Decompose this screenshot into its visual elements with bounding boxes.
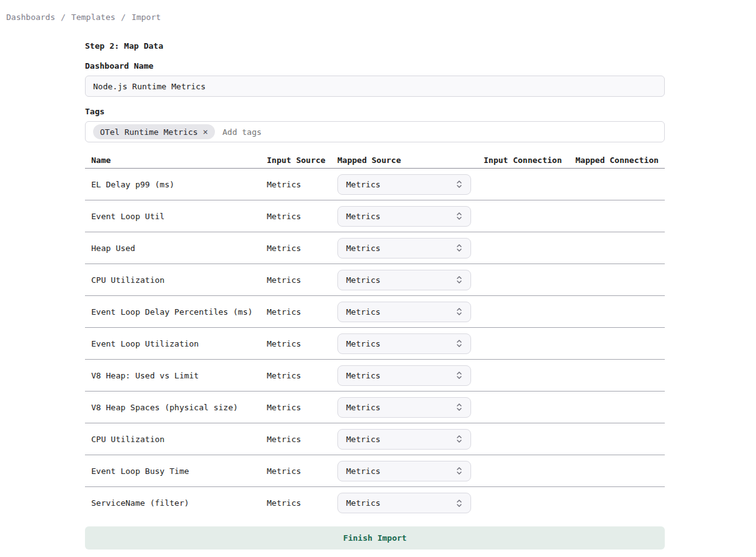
table-row: CPU Utilization Metrics Metrics <box>85 423 665 455</box>
metric-name-cell: ServiceName (filter) <box>91 498 267 508</box>
mapped-source-value: Metrics <box>346 403 380 412</box>
mapped-source-select[interactable]: Metrics <box>337 270 471 290</box>
mapped-source-value: Metrics <box>346 244 380 253</box>
tags-label: Tags <box>85 107 665 117</box>
column-header-mapped-connection: Mapped Connection <box>575 155 665 165</box>
chevron-up-down-icon <box>456 339 462 348</box>
table-row: Event Loop Util Metrics Metrics <box>85 200 665 232</box>
input-source-cell: Metrics <box>267 403 337 412</box>
chevron-up-down-icon <box>456 371 462 380</box>
input-source-cell: Metrics <box>267 371 337 380</box>
input-source-cell: Metrics <box>267 307 337 317</box>
mapped-source-cell: Metrics <box>337 238 484 259</box>
mapping-table: Name Input Source Mapped Source Input Co… <box>85 152 665 519</box>
chevron-up-down-icon <box>456 499 462 508</box>
mapped-source-value: Metrics <box>346 212 380 221</box>
column-header-name: Name <box>91 155 267 165</box>
table-row: Heap Used Metrics Metrics <box>85 232 665 264</box>
breadcrumb-separator: / <box>61 12 66 22</box>
mapped-source-select[interactable]: Metrics <box>337 333 471 354</box>
input-source-cell: Metrics <box>267 212 337 221</box>
breadcrumb-dashboards[interactable]: Dashboards <box>6 12 55 22</box>
metric-name-cell: Event Loop Util <box>91 212 267 221</box>
metric-name-cell: V8 Heap: Used vs Limit <box>91 371 267 380</box>
tag-remove-icon[interactable]: × <box>203 127 208 136</box>
mapped-source-value: Metrics <box>346 498 380 508</box>
metric-name-cell: CPU Utilization <box>91 275 267 285</box>
mapped-source-select[interactable]: Metrics <box>337 174 471 195</box>
column-header-mapped-source: Mapped Source <box>337 155 484 165</box>
mapped-source-cell: Metrics <box>337 270 484 290</box>
breadcrumb-templates[interactable]: Templates <box>71 12 115 22</box>
table-body: EL Delay p99 (ms) Metrics Metrics Event … <box>85 169 665 519</box>
input-source-cell: Metrics <box>267 498 337 508</box>
import-wizard-panel: Step 2: Map Data Dashboard Name Tags OTe… <box>85 41 665 550</box>
mapped-source-value: Metrics <box>346 371 380 380</box>
finish-import-button[interactable]: Finish Import <box>85 526 665 550</box>
mapped-source-select[interactable]: Metrics <box>337 206 471 227</box>
metric-name-cell: Event Loop Busy Time <box>91 466 267 476</box>
input-source-cell: Metrics <box>267 339 337 348</box>
step-heading: Step 2: Map Data <box>85 41 665 51</box>
table-row: V8 Heap: Used vs Limit Metrics Metrics <box>85 360 665 392</box>
table-row: CPU Utilization Metrics Metrics <box>85 264 665 296</box>
mapped-source-cell: Metrics <box>337 429 484 450</box>
table-row: ServiceName (filter) Metrics Metrics <box>85 487 665 519</box>
mapped-source-select[interactable]: Metrics <box>337 461 471 481</box>
mapped-source-cell: Metrics <box>337 365 484 386</box>
mapped-source-value: Metrics <box>346 275 380 285</box>
mapped-source-cell: Metrics <box>337 174 484 195</box>
chevron-up-down-icon <box>456 466 462 475</box>
mapped-source-value: Metrics <box>346 435 380 444</box>
mapped-source-cell: Metrics <box>337 397 484 418</box>
tag-chip-label: OTel Runtime Metrics <box>100 127 198 137</box>
mapped-source-cell: Metrics <box>337 493 484 513</box>
table-row: Event Loop Delay Percentiles (ms) Metric… <box>85 296 665 328</box>
chevron-up-down-icon <box>456 307 462 316</box>
input-source-cell: Metrics <box>267 180 337 189</box>
mapped-source-cell: Metrics <box>337 302 484 322</box>
metric-name-cell: CPU Utilization <box>91 435 267 444</box>
tag-chip: OTel Runtime Metrics × <box>93 124 215 139</box>
mapped-source-select[interactable]: Metrics <box>337 302 471 322</box>
input-source-cell: Metrics <box>267 275 337 285</box>
mapped-source-cell: Metrics <box>337 333 484 354</box>
mapped-source-cell: Metrics <box>337 206 484 227</box>
mapped-source-cell: Metrics <box>337 461 484 481</box>
add-tags-input[interactable] <box>222 127 657 137</box>
table-row: EL Delay p99 (ms) Metrics Metrics <box>85 169 665 200</box>
chevron-up-down-icon <box>456 212 462 220</box>
input-source-cell: Metrics <box>267 244 337 253</box>
table-row: V8 Heap Spaces (physical size) Metrics M… <box>85 392 665 423</box>
mapped-source-select[interactable]: Metrics <box>337 397 471 418</box>
column-header-input-source: Input Source <box>267 155 337 165</box>
input-source-cell: Metrics <box>267 435 337 444</box>
mapped-source-select[interactable]: Metrics <box>337 493 471 513</box>
mapped-source-value: Metrics <box>346 180 380 189</box>
metric-name-cell: Event Loop Utilization <box>91 339 267 348</box>
chevron-up-down-icon <box>456 403 462 412</box>
table-header-row: Name Input Source Mapped Source Input Co… <box>85 152 665 169</box>
metric-name-cell: Event Loop Delay Percentiles (ms) <box>91 307 267 317</box>
mapped-source-value: Metrics <box>346 307 380 317</box>
mapped-source-select[interactable]: Metrics <box>337 429 471 450</box>
mapped-source-select[interactable]: Metrics <box>337 238 471 259</box>
chevron-up-down-icon <box>456 275 462 284</box>
tags-input[interactable]: OTel Runtime Metrics × <box>85 121 665 142</box>
dashboard-name-label: Dashboard Name <box>85 61 665 71</box>
metric-name-cell: Heap Used <box>91 244 267 253</box>
mapped-source-value: Metrics <box>346 339 380 348</box>
input-source-cell: Metrics <box>267 466 337 476</box>
chevron-up-down-icon <box>456 244 462 252</box>
metric-name-cell: EL Delay p99 (ms) <box>91 180 267 189</box>
table-row: Event Loop Utilization Metrics Metrics <box>85 328 665 360</box>
breadcrumb-import[interactable]: Import <box>131 12 161 22</box>
table-row: Event Loop Busy Time Metrics Metrics <box>85 455 665 487</box>
chevron-up-down-icon <box>456 435 462 443</box>
metric-name-cell: V8 Heap Spaces (physical size) <box>91 403 267 412</box>
dashboard-name-input[interactable] <box>85 76 665 97</box>
breadcrumb: Dashboards / Templates / Import <box>6 12 161 22</box>
breadcrumb-separator: / <box>121 12 126 22</box>
column-header-input-connection: Input Connection <box>484 155 575 165</box>
mapped-source-select[interactable]: Metrics <box>337 365 471 386</box>
